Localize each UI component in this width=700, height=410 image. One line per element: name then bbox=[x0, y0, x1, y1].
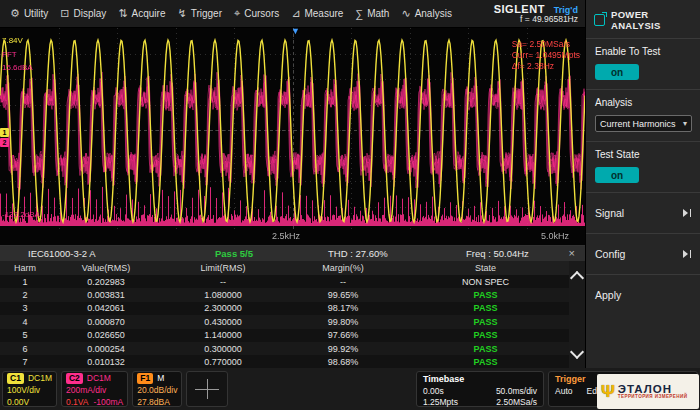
trigger-position-marker[interactable]: ▼ bbox=[291, 26, 300, 36]
menu-item-label: Analysis bbox=[415, 8, 452, 19]
cell-limit: 0.770000 bbox=[162, 357, 284, 367]
menu-item[interactable]: ⚙ Utility bbox=[4, 0, 54, 27]
f1-type: M bbox=[157, 373, 164, 385]
channel2-position-marker[interactable]: 2 bbox=[0, 138, 9, 147]
cell-harm: 4 bbox=[0, 317, 50, 327]
cell-state: PASS bbox=[402, 357, 569, 367]
cell-harm: 7 bbox=[0, 357, 50, 367]
cell-margin: 99.65% bbox=[284, 290, 402, 300]
table-row[interactable]: 2 0.003831 1.080000 99.65% PASS bbox=[0, 288, 585, 301]
channel2-offset: -100mA bbox=[94, 397, 124, 409]
chevron-down-icon: ▾ bbox=[683, 119, 687, 128]
menu-item-label: Measure bbox=[304, 8, 343, 19]
timebase-box[interactable]: Timebase 0.00s 50.0ms/div 1.25Mpts 2.50M… bbox=[416, 371, 544, 407]
cell-margin: 99.92% bbox=[284, 344, 402, 354]
channel1-coupling: DC1M bbox=[28, 373, 52, 385]
display-icon: ⊡ bbox=[60, 7, 69, 20]
sample-rate: 2.50MSa/s bbox=[496, 397, 537, 409]
cell-value: 0.042061 bbox=[50, 303, 162, 313]
table-row[interactable]: 6 0.000254 0.300000 99.92% PASS bbox=[0, 342, 585, 355]
analysis-dropdown[interactable]: Current Harmonics ▾ bbox=[595, 115, 692, 132]
channel1-scale-label: 7.84V bbox=[2, 36, 23, 45]
menu-item[interactable]: ⊡ Display bbox=[54, 0, 112, 27]
analysis-section: Analysis Current Harmonics ▾ bbox=[586, 89, 700, 141]
cell-margin: 98.17% bbox=[284, 303, 402, 313]
menu-item-label: Trigger bbox=[191, 8, 222, 19]
enable-to-test-toggle[interactable]: on bbox=[595, 64, 639, 80]
cell-state: NON SPEC bbox=[402, 277, 569, 287]
f1-offset: 27.8dBA bbox=[137, 397, 177, 409]
menu-item[interactable]: ↯ Trigger bbox=[171, 0, 228, 27]
menu-item[interactable]: ∿ Analysis bbox=[395, 0, 457, 27]
crosshair-button[interactable] bbox=[186, 371, 228, 407]
cell-state: PASS bbox=[402, 290, 569, 300]
timebase-title: Timebase bbox=[423, 373, 537, 386]
panel-header: POWER ANALYSIS bbox=[586, 0, 700, 38]
menu-item[interactable]: ⌖ Cursors bbox=[228, 0, 285, 27]
config-label: Config bbox=[595, 248, 625, 260]
test-state-toggle[interactable]: on bbox=[595, 167, 639, 183]
results-header: IEC61000-3-2 A Pass 5/5 THD : 27.60% Fre… bbox=[0, 246, 585, 261]
table-row[interactable]: 4 0.000870 0.430000 99.80% PASS bbox=[0, 315, 585, 328]
cell-value: 0.000254 bbox=[50, 344, 162, 354]
menu-item-label: Acquire bbox=[132, 8, 166, 19]
frequency-axis-end-label: 5.0kHz bbox=[541, 231, 569, 241]
cell-state: PASS bbox=[402, 344, 569, 354]
cell-value: 0.000870 bbox=[50, 317, 162, 327]
thd-readout: THD : 27.60% bbox=[328, 248, 466, 259]
math-f1-box[interactable]: F1 M 20.0dB/div 27.8dBA bbox=[132, 371, 182, 407]
signal-label: Signal bbox=[595, 207, 624, 219]
menu-item-label: Display bbox=[74, 8, 107, 19]
power-analysis-icon bbox=[594, 14, 605, 26]
close-icon[interactable]: × bbox=[567, 248, 577, 259]
status-bar: C1 DC1M 100V/div 0.00V C2 DC1M 200mA/div… bbox=[0, 368, 700, 410]
fft-info-overlay: Sa= 2.50MSa/s Curr= 1.0495Mpts Δf= 2.38H… bbox=[512, 39, 580, 72]
channel2-box[interactable]: C2 DC1M 200mA/div 0.1VA -100mA bbox=[61, 371, 128, 407]
cell-harm: 5 bbox=[0, 330, 50, 340]
cell-harm: 6 bbox=[0, 344, 50, 354]
timebase-delay: 0.00s bbox=[423, 386, 444, 398]
channel1-box[interactable]: C1 DC1M 100V/div 0.00V bbox=[2, 371, 57, 407]
sidebar-item-signal[interactable]: Signal bbox=[586, 192, 700, 233]
trigger-icon: ↯ bbox=[177, 7, 186, 20]
scroll-up-icon[interactable] bbox=[570, 271, 584, 285]
frequency-axis-mid-label: 2.5kHz bbox=[272, 231, 300, 241]
channel1-position-marker[interactable]: 1 bbox=[0, 128, 9, 137]
waveform-display[interactable] bbox=[0, 28, 585, 232]
table-row[interactable]: 5 0.026650 1.140000 97.66% PASS bbox=[0, 329, 585, 342]
sidebar-item-config[interactable]: Config bbox=[586, 233, 700, 274]
enable-to-test-label: Enable To Test bbox=[595, 46, 691, 57]
etalon-watermark: Ψ ЭТАЛОН ТЕРРИТОРИЯ ИЗМЕРЕНИЙ bbox=[597, 374, 699, 409]
cell-limit: 1.140000 bbox=[162, 330, 284, 340]
standard-label: IEC61000-3-2 A bbox=[28, 248, 215, 259]
sidebar-item-apply[interactable]: Apply bbox=[586, 274, 700, 315]
fft-resolution-readout: Δf= 2.38Hz bbox=[512, 61, 580, 72]
etalon-tagline: ТЕРРИТОРИЯ ИЗМЕРЕНИЙ bbox=[618, 395, 688, 400]
table-scrollbar bbox=[569, 261, 585, 369]
table-header: Harm Value(RMS) Limit(RMS) Margin(%) Sta… bbox=[0, 261, 585, 275]
menu-item[interactable]: ⇅ Acquire bbox=[112, 0, 171, 27]
waveform-area: ▼ 1 2 Sa= 2.50MSa/s Curr= 1.0495Mpts Δf=… bbox=[0, 28, 585, 245]
analysis-icon: ∿ bbox=[401, 7, 410, 20]
math-icon: ∑ bbox=[355, 8, 363, 20]
scroll-down-icon[interactable] bbox=[570, 345, 584, 359]
fft-points-readout: Curr= 1.0495Mpts bbox=[512, 50, 580, 61]
cell-margin: 97.66% bbox=[284, 330, 402, 340]
f1-scale: 20.0dB/div bbox=[137, 385, 177, 397]
cell-limit: 0.430000 bbox=[162, 317, 284, 327]
freq-readout: Freq : 50.04Hz bbox=[466, 248, 567, 259]
channel2-coupling: DC1M bbox=[87, 373, 111, 385]
cell-state: PASS bbox=[402, 317, 569, 327]
col-harm: Harm bbox=[0, 263, 50, 273]
table-row[interactable]: 7 0.010132 0.770000 98.68% PASS bbox=[0, 355, 585, 368]
col-state: State bbox=[402, 263, 569, 273]
table-row[interactable]: 3 0.042061 2.300000 98.17% PASS bbox=[0, 302, 585, 315]
cell-value: 0.202983 bbox=[50, 277, 162, 287]
menu-item[interactable]: ⊿ Measure bbox=[285, 0, 349, 27]
f1-tag: F1 bbox=[137, 373, 153, 384]
menu-item[interactable]: ∑ Math bbox=[349, 0, 395, 27]
table-row[interactable]: 1 0.202983 -- -- NON SPEC bbox=[0, 275, 585, 288]
cell-limit: -- bbox=[162, 277, 284, 287]
cell-value: 0.026650 bbox=[50, 330, 162, 340]
measure-icon: ⊿ bbox=[291, 7, 300, 20]
